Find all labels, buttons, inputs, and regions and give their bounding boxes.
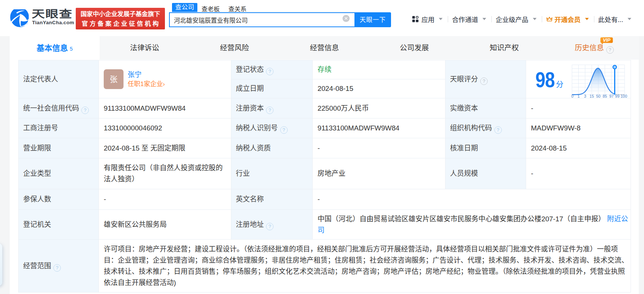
svg-text:99: 99 xyxy=(615,94,620,98)
svg-text:0: 0 xyxy=(571,94,573,98)
svg-text:3: 3 xyxy=(584,94,586,98)
svg-text:85: 85 xyxy=(603,94,607,98)
svg-text:100: 100 xyxy=(620,94,627,98)
svg-text:50: 50 xyxy=(596,94,601,98)
svg-text:15: 15 xyxy=(590,94,594,98)
svg-text:97: 97 xyxy=(609,94,614,98)
svg-text:VIP: VIP xyxy=(603,38,611,43)
svg-text:1: 1 xyxy=(578,94,580,98)
